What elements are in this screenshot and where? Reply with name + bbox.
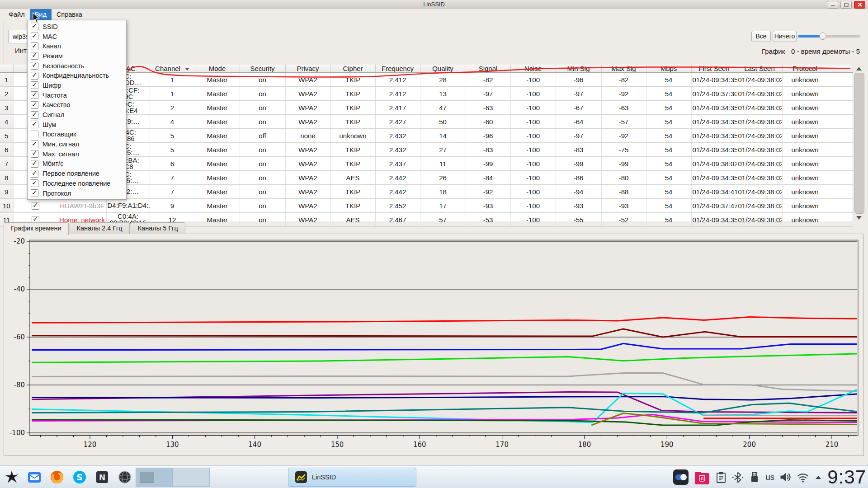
column-header-mbps[interactable]: Mbps — [646, 65, 691, 73]
column-header-frequency[interactable]: Frequency — [375, 65, 420, 73]
cell-last-seen[interactable]: 01/24-09:38:02 — [737, 199, 782, 213]
view-menu-item-frequency[interactable]: Частота — [28, 90, 126, 100]
cell-channel[interactable]: 5 — [150, 129, 195, 143]
notes-icon[interactable]: N — [94, 469, 110, 485]
column-header-privacy[interactable]: Privacy — [285, 65, 330, 73]
cell-protocol[interactable]: unknown — [782, 199, 828, 213]
checkbox-icon[interactable] — [31, 81, 38, 89]
cell-frequency[interactable]: 2.427 — [375, 115, 420, 129]
row-number[interactable]: 7 — [0, 157, 13, 171]
cell-channel[interactable]: 7 — [150, 171, 195, 185]
table-row[interactable]: 1C:E7:DD…1MasteronWPA2TKIP2.41228-82-100… — [0, 73, 853, 87]
cell-last-seen[interactable]: 01/24-09:38:02 — [737, 101, 782, 115]
cell-noise[interactable]: -100 — [510, 185, 556, 199]
cell-ssid[interactable]: HUAWEI-9b3F — [58, 199, 106, 213]
cell-max-sig[interactable]: -75 — [601, 143, 646, 157]
cell-min-sig[interactable]: -55 — [556, 213, 601, 227]
tab-channels-5[interactable]: Каналы 5 Ггц — [131, 222, 185, 234]
cell-noise[interactable]: -100 — [510, 73, 556, 87]
cell-mac[interactable]: D4:F9:A1:D4:… — [106, 199, 150, 213]
cell-security[interactable]: on — [240, 171, 285, 185]
usb-icon[interactable] — [749, 469, 760, 485]
view-menu-item-signal[interactable]: Сигнал — [28, 110, 126, 120]
snooze-slider[interactable] — [798, 32, 860, 41]
cell-security[interactable]: on — [240, 199, 285, 213]
view-menu-item-security[interactable]: Безопасность — [28, 61, 126, 71]
cell-channel[interactable]: 1 — [150, 73, 195, 87]
cell-cipher[interactable]: TKIP — [330, 199, 375, 213]
view-menu-item-cipher[interactable]: Шифр — [28, 80, 126, 90]
cell-security[interactable]: on — [240, 101, 285, 115]
cell-first-seen[interactable]: 01/24-09:34:35 — [691, 171, 737, 185]
column-header-first-seen[interactable]: First Seen — [691, 65, 737, 73]
cell-cipher[interactable]: TKIP — [330, 185, 375, 199]
cell-mbps[interactable]: 54 — [646, 143, 691, 157]
cell-quality[interactable]: 14 — [420, 129, 466, 143]
row-number[interactable]: 2 — [0, 87, 13, 101]
cell-protocol[interactable]: unknown — [782, 129, 828, 143]
view-menu-item-noise[interactable]: Шум — [28, 120, 126, 130]
view-menu-item-min-signal[interactable]: Мин. сигнал — [28, 139, 126, 149]
cell-cipher[interactable]: TKIP — [330, 101, 375, 115]
cell-security[interactable]: on — [240, 143, 285, 157]
view-menu-item-mode[interactable]: Режим — [28, 51, 126, 61]
cell-mbps[interactable]: 54 — [646, 157, 691, 171]
cell-first-seen[interactable]: 01/24-09:34:35 — [691, 115, 737, 129]
cell-last-seen[interactable]: 01/24-09:38:02 — [737, 73, 782, 87]
cell-mode[interactable]: Master — [195, 115, 240, 129]
cell-max-sig[interactable]: -92 — [601, 87, 646, 101]
taskbar-clock[interactable]: 9:37 — [827, 466, 866, 488]
cell-min-sig[interactable]: -86 — [556, 171, 601, 185]
cell-cipher[interactable]: unknown — [330, 129, 375, 143]
cell-quality[interactable]: 17 — [420, 199, 466, 213]
cell-quality[interactable]: 11 — [420, 157, 466, 171]
cell-max-sig[interactable]: -52 — [601, 213, 646, 227]
cell-noise[interactable]: -100 — [510, 157, 556, 171]
menubar-item-view[interactable]: Вид — [30, 9, 52, 21]
cell-channel[interactable]: 1 — [150, 87, 195, 101]
cell-max-sig[interactable]: -80 — [601, 171, 646, 185]
view-menu-item-ssid[interactable]: SSID — [28, 22, 126, 32]
cell-frequency[interactable]: 2.442 — [375, 171, 420, 185]
column-header-min-sig[interactable]: Min Sig — [556, 65, 601, 73]
checkbox-icon[interactable] — [31, 131, 38, 138]
cell-mode[interactable]: Master — [195, 213, 240, 227]
toggle-icon[interactable] — [673, 469, 689, 485]
checkbox-icon[interactable] — [31, 170, 38, 178]
cell-privacy[interactable]: WPA2 — [285, 101, 330, 115]
table-row[interactable]: 2:B9:CF::9C1MasteronWPA2TKIP2.41213-97-1… — [0, 87, 853, 101]
desktop-cell-1[interactable] — [136, 468, 173, 487]
cell-quality[interactable]: 28 — [420, 73, 466, 87]
wifi-icon[interactable] — [797, 469, 809, 485]
view-menu-item-mbps[interactable]: Мбит/с — [28, 159, 126, 169]
scroll-thumb[interactable] — [854, 73, 864, 214]
view-menu-item-mac[interactable]: MAC — [28, 32, 126, 42]
cell-channel[interactable]: 5 — [150, 143, 195, 157]
select-all-button[interactable]: Все — [751, 31, 771, 42]
table-row[interactable]: 99:52:…7MasteronWPA2TKIP2.44218-92-100-9… — [0, 185, 853, 199]
column-header-quality[interactable]: Quality — [420, 65, 466, 73]
cell-first-seen[interactable]: 01/24-09:37:30 — [691, 87, 737, 101]
checkbox-icon[interactable] — [31, 23, 38, 30]
cell-max-sig[interactable]: -57 — [601, 115, 646, 129]
cell-security[interactable]: on — [240, 185, 285, 199]
cell-signal[interactable]: -60 — [466, 115, 510, 129]
cell-mode[interactable]: Master — [195, 129, 240, 143]
cell-signal[interactable]: -96 — [466, 129, 510, 143]
cell-last-seen[interactable]: 01/24-09:38:02 — [737, 87, 782, 101]
cell-min-sig[interactable]: -99 — [556, 157, 601, 171]
cell-last-seen[interactable]: 01/24-09:38:02 — [737, 185, 782, 199]
table-row[interactable]: 4C:E9:…4MasteronWPA2TKIP2.42750-60-100-6… — [0, 115, 853, 129]
cell-privacy[interactable]: WPA2 — [285, 87, 330, 101]
cell-signal[interactable]: -53 — [466, 213, 510, 227]
view-menu-item-privacy[interactable]: Конфиденциальность — [28, 70, 126, 80]
cell-privacy[interactable]: WPA2 — [285, 199, 330, 213]
view-menu-item-channel[interactable]: Канал — [28, 41, 126, 51]
cell-quality[interactable]: 50 — [420, 115, 466, 129]
cell-mode[interactable]: Master — [195, 157, 240, 171]
cell-protocol[interactable]: unknown — [782, 115, 828, 129]
row-checkbox-cell[interactable] — [13, 199, 58, 213]
cell-first-seen[interactable]: 01/24-09:34:35 — [691, 143, 737, 157]
row-checkbox[interactable] — [32, 202, 39, 210]
volume-icon[interactable] — [779, 469, 792, 485]
